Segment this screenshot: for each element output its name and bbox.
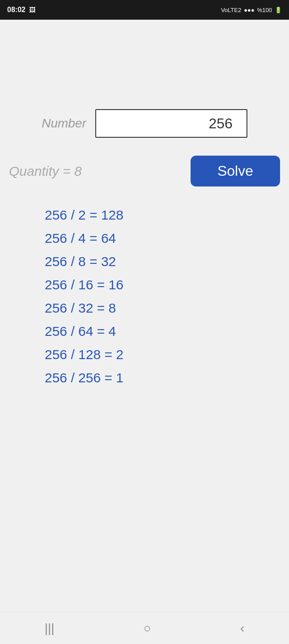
result-item: 256 / 256 = 1 xyxy=(45,367,280,389)
gallery-icon: 🖼 xyxy=(29,6,35,13)
result-item: 256 / 4 = 64 xyxy=(45,228,280,249)
number-input-row: Number xyxy=(9,109,280,138)
results-list: 256 / 2 = 128256 / 4 = 64256 / 8 = 32256… xyxy=(9,204,280,389)
result-item: 256 / 16 = 16 xyxy=(45,274,280,296)
status-time: 08:02 xyxy=(7,6,26,14)
status-bar-right: VoLTE2 ●●● %100 🔋 xyxy=(221,7,282,13)
home-button[interactable]: ○ xyxy=(135,617,160,640)
result-item: 256 / 128 = 2 xyxy=(45,344,280,365)
number-label: Number xyxy=(42,116,86,131)
bottom-nav: ||| ○ ‹ xyxy=(0,612,289,644)
result-item: 256 / 8 = 32 xyxy=(45,251,280,272)
battery-icon: 🔋 xyxy=(275,7,282,13)
main-content: Number Quantity = 8 Solve 256 / 2 = 1282… xyxy=(0,20,289,612)
recent-apps-button[interactable]: ||| xyxy=(36,617,64,640)
result-item: 256 / 2 = 128 xyxy=(45,204,280,226)
network-type: VoLTE2 xyxy=(221,7,241,13)
back-button[interactable]: ‹ xyxy=(231,617,253,640)
status-bar: 08:02 🖼 VoLTE2 ●●● %100 🔋 xyxy=(0,0,289,20)
battery-level: %100 xyxy=(257,7,272,13)
result-item: 256 / 32 = 8 xyxy=(45,297,280,319)
signal-strength: ●●● xyxy=(244,7,255,13)
solve-button[interactable]: Solve xyxy=(191,156,280,186)
number-input[interactable] xyxy=(95,109,247,138)
result-item: 256 / 64 = 4 xyxy=(45,321,280,342)
action-row: Quantity = 8 Solve xyxy=(9,156,280,186)
status-bar-left: 08:02 🖼 xyxy=(7,6,35,14)
quantity-text: Quantity = 8 xyxy=(9,164,82,179)
